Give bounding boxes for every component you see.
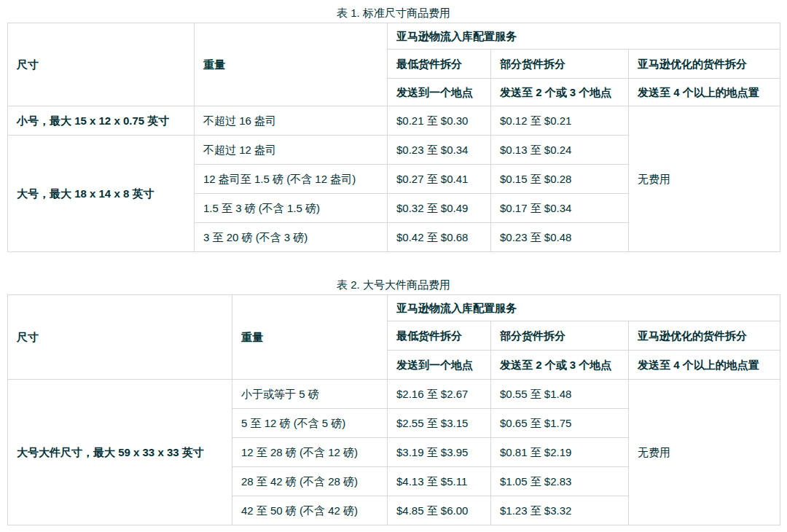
- min-fee-cell: $0.42 至 $0.68: [388, 223, 491, 252]
- partial-fee-cell: $0.13 至 $0.24: [491, 136, 629, 165]
- weight-cell: 12 盎司至 1.5 磅 (不含 12 盎司): [195, 165, 388, 194]
- weight-cell: 12 至 28 磅 (不含 12 磅): [232, 438, 388, 467]
- no-fee-cell: 无费用: [629, 380, 780, 525]
- header-partial-sub-cell: 发送至 2 个或 3 个地点: [491, 351, 629, 380]
- header-size-cell: 尺寸: [8, 295, 232, 380]
- weight-cell: 5 至 12 磅 (不含 5 磅): [232, 409, 388, 438]
- header-min-split-cell: 最低货件拆分: [388, 50, 491, 79]
- weight-cell: 3 至 20 磅 (不含 3 磅): [195, 223, 388, 252]
- header-min-split-cell: 最低货件拆分: [388, 321, 491, 351]
- partial-fee-cell: $0.12 至 $0.21: [491, 106, 629, 136]
- table2-title: 表 2. 大号大件商品费用: [7, 252, 780, 294]
- page-content: 表 1. 标准尺寸商品费用 尺寸 重量 亚马逊物流入库配置服务 最低货件拆分 部…: [0, 0, 787, 525]
- partial-fee-cell: $1.05 至 $2.83: [491, 467, 629, 496]
- table-row: 尺寸 重量 亚马逊物流入库配置服务: [8, 23, 780, 50]
- header-service-group-cell: 亚马逊物流入库配置服务: [388, 23, 780, 50]
- header-partial-split-cell: 部分货件拆分: [491, 321, 629, 351]
- table-row: 尺寸 重量 亚马逊物流入库配置服务: [8, 295, 780, 321]
- header-optimized-split-cell: 亚马逊优化的货件拆分: [629, 50, 780, 79]
- large-bulky-fee-table: 尺寸 重量 亚马逊物流入库配置服务 最低货件拆分 部分货件拆分 亚马逊优化的货件…: [7, 294, 780, 525]
- min-fee-cell: $0.27 至 $0.41: [388, 165, 491, 194]
- partial-fee-cell: $0.15 至 $0.28: [491, 165, 629, 194]
- header-min-sub-cell: 发送到一个地点: [388, 351, 491, 380]
- min-fee-cell: $3.19 至 $3.95: [388, 438, 491, 467]
- header-size-cell: 尺寸: [8, 23, 195, 106]
- weight-cell: 28 至 42 磅 (不含 28 磅): [232, 467, 388, 496]
- header-optimized-split-cell: 亚马逊优化的货件拆分: [629, 321, 780, 351]
- no-fee-cell: 无费用: [629, 106, 780, 252]
- weight-cell: 42 至 50 磅 (不含 42 磅): [232, 496, 388, 525]
- min-fee-cell: $2.55 至 $3.15: [388, 409, 491, 438]
- min-fee-cell: $0.21 至 $0.30: [388, 106, 491, 136]
- header-weight-cell: 重量: [195, 23, 388, 106]
- header-service-group-cell: 亚马逊物流入库配置服务: [388, 295, 780, 321]
- min-fee-cell: $2.16 至 $2.67: [388, 380, 491, 409]
- min-fee-cell: $4.13 至 $5.11: [388, 467, 491, 496]
- partial-fee-cell: $1.23 至 $3.32: [491, 496, 629, 525]
- table-row: 小号，最大 15 x 12 x 0.75 英寸 不超过 16 盎司 $0.21 …: [8, 106, 780, 136]
- min-fee-cell: $0.32 至 $0.49: [388, 194, 491, 223]
- size-cell: 小号，最大 15 x 12 x 0.75 英寸: [8, 106, 195, 136]
- standard-size-fee-table: 尺寸 重量 亚马逊物流入库配置服务 最低货件拆分 部分货件拆分 亚马逊优化的货件…: [7, 23, 780, 252]
- header-partial-sub-cell: 发送至 2 个或 3 个地点: [491, 79, 629, 106]
- header-min-sub-cell: 发送到一个地点: [388, 79, 491, 106]
- size-cell: 大号大件尺寸，最大 59 x 33 x 33 英寸: [8, 380, 232, 525]
- min-fee-cell: $4.85 至 $6.00: [388, 496, 491, 525]
- min-fee-cell: $0.23 至 $0.34: [388, 136, 491, 165]
- header-weight-cell: 重量: [232, 295, 388, 380]
- header-optimized-sub-cell: 发送至 4 个以上的地点置: [629, 79, 780, 106]
- weight-cell: 不超过 12 盎司: [195, 136, 388, 165]
- partial-fee-cell: $0.81 至 $2.19: [491, 438, 629, 467]
- header-partial-split-cell: 部分货件拆分: [491, 50, 629, 79]
- weight-cell: 小于或等于 5 磅: [232, 380, 388, 409]
- table1-title: 表 1. 标准尺寸商品费用: [7, 0, 780, 23]
- header-optimized-sub-cell: 发送至 4 个以上的地点置: [629, 351, 780, 380]
- size-cell: 大号，最大 18 x 14 x 8 英寸: [8, 136, 195, 252]
- partial-fee-cell: $0.55 至 $1.48: [491, 380, 629, 409]
- partial-fee-cell: $0.17 至 $0.34: [491, 194, 629, 223]
- partial-fee-cell: $0.23 至 $0.48: [491, 223, 629, 252]
- weight-cell: 1.5 至 3 磅 (不含 1.5 磅): [195, 194, 388, 223]
- weight-cell: 不超过 16 盎司: [195, 106, 388, 136]
- table-row: 大号大件尺寸，最大 59 x 33 x 33 英寸 小于或等于 5 磅 $2.1…: [8, 380, 780, 409]
- partial-fee-cell: $0.65 至 $1.75: [491, 409, 629, 438]
